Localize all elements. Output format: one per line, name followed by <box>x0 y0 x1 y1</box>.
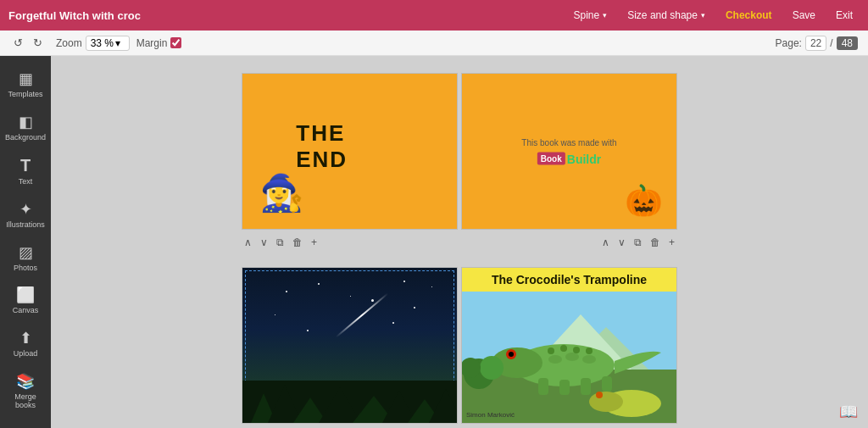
bookbildr-logo: Book Buildr <box>537 152 601 165</box>
upload-icon: ⬆ <box>19 329 32 347</box>
page-up-button-1[interactable]: ∧ <box>242 235 254 250</box>
svg-rect-17 <box>538 378 548 395</box>
croc-svg <box>462 293 676 423</box>
checkout-button[interactable]: Checkout <box>719 7 779 24</box>
spread-2-pages: The Crocodile's Trampoline <box>242 267 677 424</box>
svg-point-23 <box>582 355 596 364</box>
pumpkin-icon: 🎃 <box>625 183 663 219</box>
the-end-text: THE END <box>296 120 403 172</box>
croc-title-text: The Crocodile's Trampoline <box>492 273 647 286</box>
svg-point-26 <box>596 392 603 398</box>
croc-illustration-area <box>462 293 676 423</box>
page-add-button-2[interactable]: + <box>666 235 677 250</box>
page-ctrl-right: ∧ ∨ ⧉ 🗑 + <box>599 235 677 250</box>
undo-redo-group: ↺ ↻ <box>10 35 46 51</box>
photos-icon: ▨ <box>19 243 33 262</box>
svg-point-21 <box>548 355 562 364</box>
undo-button[interactable]: ↺ <box>10 35 26 51</box>
page-night-sky[interactable] <box>242 267 458 424</box>
page-the-end[interactable]: THE END 🧙‍♀️ <box>242 73 458 230</box>
zoom-value-display[interactable]: 33 % ▾ <box>86 36 130 51</box>
sidebar-item-upload[interactable]: ⬆ Upload <box>2 322 49 364</box>
tree-silhouettes <box>242 381 458 423</box>
templates-icon: ▦ <box>19 69 33 88</box>
margin-label: Margin <box>136 37 168 49</box>
svg-point-16 <box>509 352 514 357</box>
margin-checkbox[interactable] <box>170 37 181 48</box>
logo-book: Book <box>537 153 565 165</box>
margin-section: Margin <box>136 37 182 49</box>
page-add-button-1[interactable]: + <box>309 235 320 250</box>
spine-arrow-icon: ▾ <box>603 11 607 19</box>
merge-books-icon: 📚 <box>16 372 35 391</box>
redo-button[interactable]: ↻ <box>30 35 46 51</box>
page-ctrl-left: ∧ ∨ ⧉ 🗑 + <box>242 235 320 250</box>
page-crocodile[interactable]: The Crocodile's Trampoline <box>461 267 677 424</box>
spread-1: THE END 🧙‍♀️ This book was made with Boo… <box>76 73 843 250</box>
page-copy-button-1[interactable]: ⧉ <box>274 235 287 250</box>
spread-1-pages: THE END 🧙‍♀️ This book was made with Boo… <box>242 73 677 230</box>
spine-button[interactable]: Spine ▾ <box>567 7 615 24</box>
page-delete-button-1[interactable]: 🗑 <box>290 235 305 250</box>
main-area: ▦ Templates ◧ Background T Text ✦ Illust… <box>0 56 868 428</box>
svg-point-31 <box>560 345 567 352</box>
illustrations-icon: ✦ <box>19 200 32 219</box>
made-with-text: This book was made with <box>521 137 616 147</box>
page-total: 48 <box>837 36 858 50</box>
sidebar-item-text[interactable]: T Text <box>2 149 49 192</box>
canvas-area: THE END 🧙‍♀️ This book was made with Boo… <box>51 56 868 428</box>
svg-point-28 <box>480 356 504 380</box>
witch-icon: 🧙‍♀️ <box>259 172 303 214</box>
svg-point-33 <box>586 347 593 354</box>
page-down-button-1[interactable]: ∨ <box>258 235 270 250</box>
sidebar-item-merge-books[interactable]: 📚 Merge books <box>2 365 49 415</box>
spread-2: The Crocodile's Trampoline <box>76 267 843 428</box>
size-shape-arrow-icon: ▾ <box>701 11 705 19</box>
page-label: Page: <box>776 37 802 49</box>
canvas-icon: ⬜ <box>16 286 35 304</box>
save-button[interactable]: Save <box>786 7 822 24</box>
bookbildr-content: This book was made with Book Buildr <box>521 137 616 165</box>
svg-point-30 <box>548 347 554 354</box>
sidebar-item-canvas[interactable]: ⬜ Canvas <box>2 279 49 320</box>
croc-author: Simon Marković <box>466 411 515 419</box>
page-current[interactable]: 22 <box>805 36 826 51</box>
app-title: Forgetful Witch with croc <box>8 9 560 22</box>
svg-point-22 <box>565 353 579 361</box>
spread-1-controls: ∧ ∨ ⧉ 🗑 + ∧ ∨ ⧉ 🗑 + <box>242 235 677 250</box>
zoom-label: Zoom <box>56 37 82 49</box>
top-bar: Forgetful Witch with croc Spine ▾ Size a… <box>0 0 868 31</box>
croc-title-bar: The Crocodile's Trampoline <box>462 268 676 292</box>
zoom-arrow-icon: ▾ <box>115 37 120 49</box>
page-delete-button-2[interactable]: 🗑 <box>648 235 663 250</box>
bottom-right-book-icon: 📖 <box>839 403 858 421</box>
page-up-button-2[interactable]: ∧ <box>599 235 612 250</box>
logo-buildr: Buildr <box>567 152 601 165</box>
svg-rect-20 <box>602 376 612 392</box>
text-icon: T <box>20 156 31 175</box>
sidebar-item-illustrations[interactable]: ✦ Illustrations <box>2 193 49 235</box>
page-down-button-2[interactable]: ∨ <box>615 235 628 250</box>
page-section: Page: 22 / 48 <box>776 36 858 51</box>
svg-point-25 <box>589 392 623 412</box>
size-shape-button[interactable]: Size and shape ▾ <box>620 7 712 24</box>
zoom-section: Zoom 33 % ▾ <box>56 36 130 51</box>
svg-rect-19 <box>581 378 591 395</box>
sidebar: ▦ Templates ◧ Background T Text ✦ Illust… <box>0 56 51 428</box>
sidebar-item-photos[interactable]: ▨ Photos <box>2 236 49 278</box>
svg-point-32 <box>573 347 580 353</box>
shooting-star <box>336 292 389 337</box>
background-icon: ◧ <box>19 113 33 131</box>
svg-rect-18 <box>559 380 570 395</box>
page-bookbildr[interactable]: This book was made with Book Buildr 🎃 <box>461 73 677 230</box>
sub-toolbar: ↺ ↻ Zoom 33 % ▾ Margin Page: 22 / 48 <box>0 31 868 56</box>
exit-button[interactable]: Exit <box>829 7 860 24</box>
sidebar-item-background[interactable]: ◧ Background <box>2 106 49 147</box>
page-copy-button-2[interactable]: ⧉ <box>632 235 644 250</box>
sidebar-item-templates[interactable]: ▦ Templates <box>2 63 49 104</box>
